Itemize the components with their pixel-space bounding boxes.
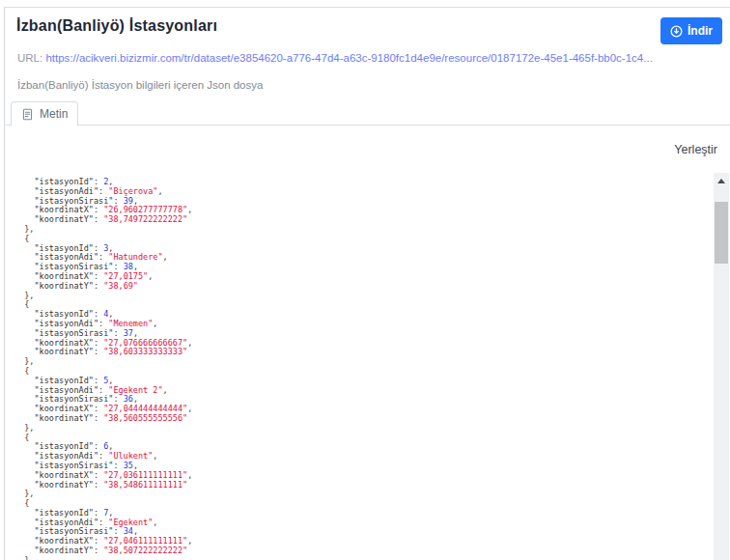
resource-description: İzban(Banliyö) İstasyon bilgileri içeren… — [17, 79, 263, 91]
download-circle-icon — [670, 25, 683, 38]
url-label: URL: — [17, 52, 42, 64]
json-code: "istasyonId": 2, "istasyonAdi": "Biçerov… — [14, 173, 714, 560]
document-icon — [21, 108, 34, 121]
json-viewer: "istasyonId": 2, "istasyonAdi": "Biçerov… — [14, 173, 729, 560]
page-title: İzban(Banliyö) İstasyonları — [16, 17, 217, 35]
download-button[interactable]: İndir — [660, 17, 722, 44]
scrollbar-thumb[interactable] — [715, 202, 728, 264]
embed-button[interactable]: Yerleştir — [674, 143, 717, 156]
resource-card: İzban(Banliyö) İstasyonları İndir URL: h… — [4, 7, 730, 560]
scrollbar[interactable] — [714, 173, 729, 560]
download-button-label: İndir — [688, 24, 713, 38]
tab-metin[interactable]: Metin — [11, 101, 78, 126]
resource-url-link[interactable]: https://acikveri.bizizmir.com/tr/dataset… — [45, 52, 652, 64]
view-tabbar: Metin — [5, 101, 730, 126]
scrollbar-up-button[interactable] — [714, 173, 729, 189]
tab-label: Metin — [40, 107, 68, 121]
resource-url-row: URL: https://acikveri.bizizmir.com/tr/da… — [17, 52, 653, 64]
up-arrow-icon — [717, 179, 725, 183]
